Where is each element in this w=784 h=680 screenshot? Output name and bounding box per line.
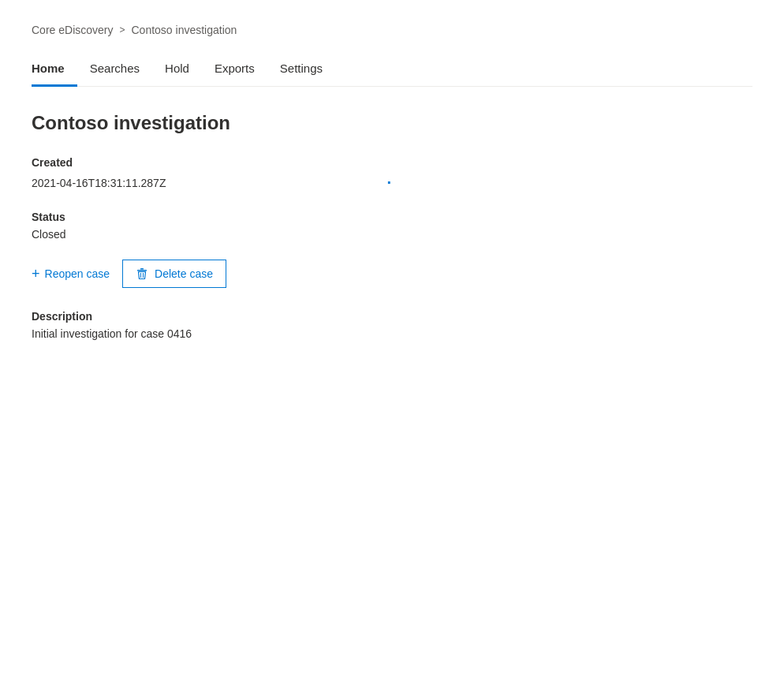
tab-settings[interactable]: Settings [267, 52, 335, 87]
reopen-case-label: Reopen case [45, 267, 110, 280]
status-label: Status [32, 211, 752, 223]
breadcrumb: Core eDiscovery > Contoso investigation [32, 16, 752, 36]
svg-rect-0 [140, 268, 144, 270]
description-value: Initial investigation for case 0416 [32, 327, 752, 340]
tab-exports[interactable]: Exports [202, 52, 267, 87]
page-title: Contoso investigation [32, 112, 752, 134]
tab-searches[interactable]: Searches [77, 52, 152, 87]
delete-case-button[interactable]: Delete case [122, 260, 226, 288]
status-dot-indicator: · [386, 174, 391, 192]
created-section: Created 2021-04-16T18:31:11.287Z · [32, 156, 752, 192]
description-section: Description Initial investigation for ca… [32, 310, 752, 340]
delete-case-label: Delete case [155, 267, 213, 280]
tab-home[interactable]: Home [32, 52, 77, 87]
breadcrumb-parent[interactable]: Core eDiscovery [32, 24, 113, 36]
status-section: Status Closed [32, 211, 752, 241]
tabs-nav: Home Searches Hold Exports Settings [32, 52, 752, 87]
status-value: Closed [32, 228, 752, 241]
description-label: Description [32, 310, 752, 323]
created-value: 2021-04-16T18:31:11.287Z [32, 177, 166, 189]
breadcrumb-current: Contoso investigation [132, 24, 237, 36]
tab-hold[interactable]: Hold [152, 52, 202, 87]
actions-row: + Reopen case Delete case [32, 260, 752, 288]
trash-icon [136, 267, 148, 280]
breadcrumb-separator: > [119, 24, 125, 35]
reopen-case-button[interactable]: + Reopen case [32, 262, 110, 286]
svg-rect-1 [137, 270, 147, 271]
created-label: Created [32, 156, 752, 169]
plus-icon: + [32, 267, 40, 281]
